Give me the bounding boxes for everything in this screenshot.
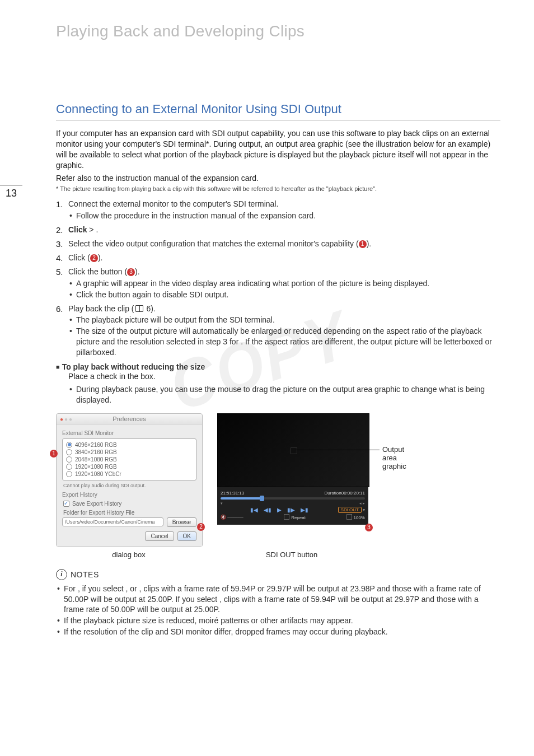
player-screen[interactable] (217, 413, 369, 487)
sub-indent-a: Place a check in the (68, 372, 140, 381)
seek-thumb[interactable] (260, 496, 264, 501)
sub-indent-sub1: During playback pause, you can use the m… (68, 384, 500, 405)
fig-caption-right: SDI OUT button (216, 550, 367, 559)
step-2-a: Click (68, 225, 89, 234)
step-4: Click (2). (56, 253, 500, 263)
radio-icon (66, 442, 72, 448)
step-6-b: 6). (144, 304, 156, 313)
output-area-marker[interactable] (291, 447, 297, 454)
callout-1-icon: 1 (359, 240, 367, 248)
figure-callout-1-icon: 1 (50, 450, 58, 458)
chapter-title: Playing Back and Developing Clips (56, 22, 500, 40)
figure-row: 1 2 ●●● Preferences External SDI Monitor… (56, 413, 500, 547)
sdi-opt-0-label: 4096×2160 RGB (75, 442, 117, 448)
step-fwd-icon[interactable]: ▮▶ (287, 507, 295, 513)
preferences-titlebar: ●●● Preferences (57, 414, 202, 424)
preferences-title: Preferences (113, 416, 146, 422)
cancel-button[interactable]: Cancel (145, 531, 174, 541)
step-6-sub2: The size of the output picture will auto… (68, 326, 500, 358)
step-5-sub1: A graphic will appear in the video displ… (68, 278, 500, 289)
volume-icon[interactable]: 🔇 ───── (221, 515, 243, 520)
note-2: If the playback picture size is reduced,… (56, 615, 500, 626)
sdi-opt-4[interactable]: 1920×1080 YCbCr (66, 470, 193, 478)
player-dur-label: Duration (324, 491, 341, 496)
step-5-b: button ( (101, 267, 127, 276)
player-duration: Duration00:00:20:11 (324, 491, 365, 496)
player-controls: 21:51:31:13 Duration00:00:20:11 ▾◂ ▸ ▮◀ … (217, 487, 368, 525)
player-dur: 00:00:20:11 (341, 491, 365, 496)
step-6: Play back the clip ( 6). The playback pi… (56, 304, 500, 358)
page-number: 13 (0, 185, 22, 199)
traffic-light-icons: ●●● (60, 416, 73, 422)
pref-group-export: Export History (62, 492, 196, 498)
checkbox-icon (63, 501, 69, 507)
player-timecode: 21:51:31:13 (221, 491, 244, 496)
step-4-head: Click (2). (68, 253, 102, 262)
skip-start-icon[interactable]: ▮◀ (250, 507, 258, 513)
step-5-head: Click the button (3). (68, 267, 140, 276)
notes-list: For , if you select , or , clips with a … (56, 584, 500, 637)
note-1a: For (64, 584, 78, 593)
export-folder-path[interactable]: /Users/video/Documents/Canon/Cinema (62, 517, 163, 526)
callout-3-icon: 3 (127, 268, 135, 276)
anno-line (296, 450, 380, 450)
step-6-a: Play back the clip ( (68, 304, 134, 313)
radio-icon (66, 449, 72, 455)
step-4-c: ). (98, 253, 103, 262)
note-1: For , if you select , or , clips with a … (56, 584, 500, 615)
step-3-b: ). (367, 239, 372, 248)
sdi-opt-4-label: 1920×1080 YCbCr (75, 471, 121, 477)
sdi-opt-2[interactable]: 2048×1080 RGB (66, 456, 193, 463)
player-figure-wrap: 21:51:31:13 Duration00:00:20:11 ▾◂ ▸ ▮◀ … (217, 413, 368, 547)
radio-icon (66, 471, 72, 477)
step-6-head: Play back the clip ( 6). (68, 304, 156, 313)
sdi-out-button[interactable]: SDI OUT (338, 507, 362, 513)
figure-callout-3-icon: 3 (365, 524, 373, 531)
sdi-resolution-options: 4096×2160 RGB 3840×2160 RGB 2048×1080 RG… (62, 438, 196, 480)
player-seekbar[interactable] (221, 497, 365, 500)
step-1-head: Connect the external monitor to the comp… (68, 199, 278, 208)
step-1-sub1: Follow the procedure in the instruction … (68, 211, 500, 221)
step-5-sub2: Click the button again to disable SDI ou… (68, 290, 500, 300)
step-back-icon[interactable]: ◀▮ (264, 507, 271, 513)
repeat-checkbox[interactable] (284, 514, 289, 520)
sdi-audio-warning: Cannot play audio during SDI output. (63, 483, 196, 488)
sub-indent-line: Place a check in the box. (68, 371, 500, 382)
browse-button[interactable]: Browse (167, 517, 196, 527)
save-export-history[interactable]: Save Export History (63, 500, 196, 507)
step-1: Connect the external monitor to the comp… (56, 199, 500, 221)
step-2-head: Click > . (68, 225, 98, 234)
sub-heading-body: Place a check in the box. During playbac… (68, 371, 500, 405)
sdi-opt-3[interactable]: 1920×1080 RGB (66, 463, 193, 470)
sub-heading-text: To play back without reducing the size (62, 362, 205, 371)
step-3-head: Select the video output configuration th… (68, 239, 371, 248)
step-4-a: Click (68, 253, 87, 262)
figure-callout-2-icon: 2 (197, 523, 205, 531)
ok-button[interactable]: OK (177, 531, 196, 541)
settings-icon[interactable]: ▾ (363, 507, 365, 512)
step-6-sub1: The playback picture will be output from… (68, 315, 500, 325)
step-3: Select the video output configuration th… (56, 239, 500, 249)
player: 21:51:31:13 Duration00:00:20:11 ▾◂ ▸ ▮◀ … (217, 413, 368, 525)
step-2-c: . (96, 225, 98, 234)
sdi-opt-2-label: 2048×1080 RGB (75, 456, 117, 463)
note-3: If the resolution of the clip and SDI mo… (56, 627, 500, 637)
sub-indent-b: box. (140, 372, 155, 381)
zoom-checkbox[interactable] (346, 514, 352, 520)
sub-heading: ■To play back without reducing the size (56, 362, 500, 371)
radio-icon (66, 464, 72, 470)
callout-2-icon: 2 (90, 254, 98, 262)
note-1d: or (130, 584, 139, 593)
notes-label: NOTES (71, 570, 99, 579)
figure-captions: dialog box SDI OUT button (56, 550, 500, 559)
play-icon[interactable]: ▶ (277, 507, 282, 513)
sdi-opt-1[interactable]: 3840×2160 RGB (66, 449, 193, 456)
step-5-a: Click the (68, 267, 101, 276)
note-1b: , if you select (78, 584, 126, 593)
info-icon: i (56, 569, 67, 580)
repeat-label: Repeat (291, 515, 306, 520)
skip-end-icon[interactable]: ▶▮ (301, 507, 308, 513)
fig-caption-left: dialog box (56, 550, 202, 559)
sdi-opt-0[interactable]: 4096×2160 RGB (66, 441, 193, 449)
step-5-sub2a: Click the (76, 290, 109, 299)
